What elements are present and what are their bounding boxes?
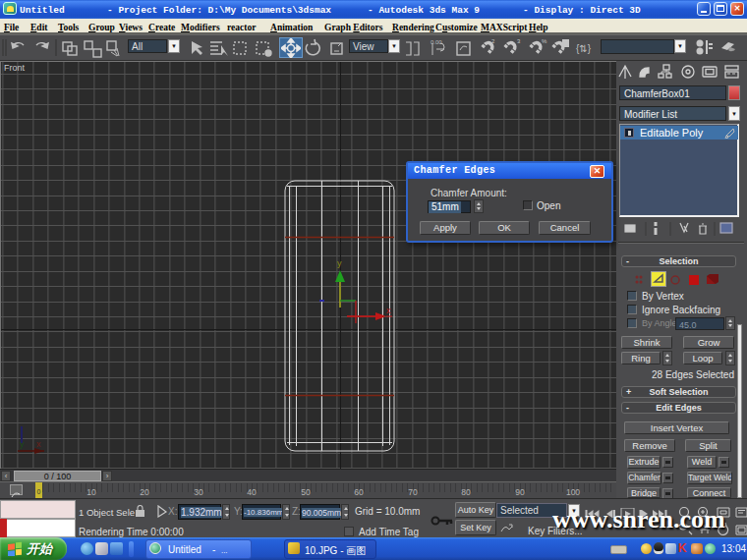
svg-text:0.00: 0.00 — [431, 39, 442, 45]
svg-text:3: 3 — [517, 38, 521, 44]
svg-text:2: 2 — [491, 38, 495, 44]
svg-text:90: 90 — [515, 487, 525, 497]
svg-text:x: x — [386, 306, 391, 315]
svg-text:100: 100 — [566, 487, 580, 497]
svg-text:50: 50 — [301, 487, 311, 497]
svg-text:40: 40 — [247, 487, 257, 497]
svg-text:10: 10 — [86, 487, 96, 497]
svg-text:y: y — [337, 258, 342, 268]
svg-text:0: 0 — [37, 488, 41, 495]
svg-text:80: 80 — [461, 487, 471, 497]
svg-text:y: y — [20, 439, 25, 449]
svg-text:{⇅}: {⇅} — [576, 43, 592, 54]
svg-text:60: 60 — [354, 487, 364, 497]
svg-text:x: x — [36, 439, 41, 449]
svg-text:30: 30 — [194, 487, 203, 497]
svg-text:70: 70 — [408, 487, 418, 497]
svg-text:20: 20 — [140, 487, 149, 497]
svg-text:%: % — [542, 38, 547, 44]
